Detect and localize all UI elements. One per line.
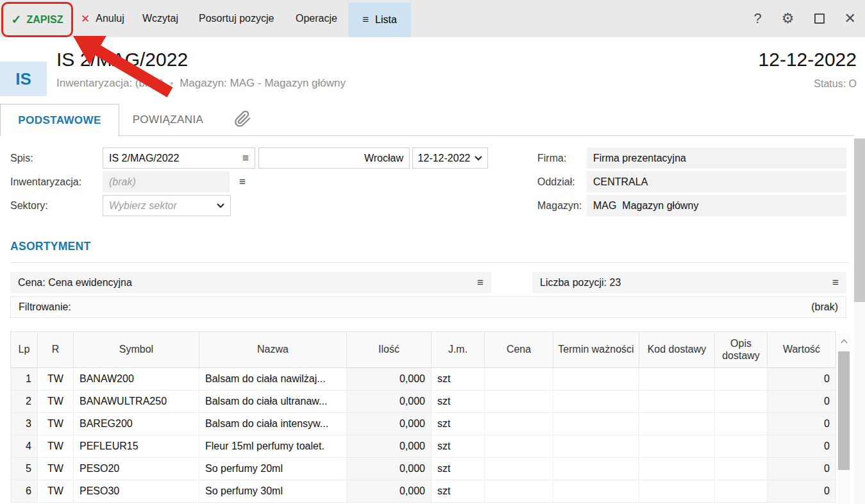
cell-cena [485, 458, 553, 480]
col-header-jm[interactable]: J.m. [432, 332, 485, 368]
cell-ilosc: 0,000 [347, 368, 432, 391]
table-row[interactable]: 6TWPESO30So perfumy 30ml0,000szt0 [11, 480, 836, 503]
spis-value: IS 2/MAG/2022 [109, 153, 179, 164]
cell-wartosc: 0 [768, 413, 836, 435]
sektory-select[interactable]: Wybierz sektor [103, 195, 231, 216]
help-icon[interactable]: ? [754, 10, 762, 27]
table-row[interactable]: 4TWPEFLEUR15Fleur 15ml perfumy toalet.0,… [11, 435, 836, 458]
app-window: ✓ ZAPISZ ✕ Anuluj Wczytaj Posortuj pozyc… [0, 0, 865, 504]
maximize-box [814, 13, 825, 24]
cell-symbol: PEFLEUR15 [74, 435, 199, 458]
cell-lp: 4 [11, 435, 38, 458]
assortment-heading: ASORTYMENT [10, 240, 91, 253]
cell-wartosc: 0 [768, 391, 836, 413]
tab-powiazania[interactable]: POWIĄZANIA [119, 104, 217, 136]
cell-ilosc: 0,000 [347, 435, 432, 458]
cell-nazwa: Balsam do ciała nawilżaj... [199, 368, 347, 391]
cell-kod [639, 391, 715, 413]
cell-nazwa: Balsam do ciała ultranaw... [199, 391, 347, 413]
table-row[interactable]: 5TWPESO20So perfumy 20ml0,000szt0 [11, 458, 836, 480]
cell-symbol: PESO20 [74, 458, 199, 480]
cell-jm: szt [432, 480, 485, 503]
cell-lp: 2 [11, 391, 38, 413]
cell-lp: 3 [11, 413, 38, 435]
cell-nazwa: Balsam do ciała intensyw... [199, 413, 347, 435]
table-scrollbar[interactable] [837, 333, 850, 504]
gear-icon[interactable]: ⚙ [782, 10, 794, 27]
cell-termin [553, 458, 639, 480]
page-scrollbar-thumb[interactable] [854, 139, 865, 302]
table-row[interactable]: 3TWBAREG200Balsam do ciała intensyw...0,… [11, 413, 836, 435]
scroll-up-icon[interactable] [837, 335, 850, 347]
inwentaryzacja-field[interactable]: (brak) [103, 171, 230, 192]
operations-label: Operacje [296, 13, 337, 24]
annotation-arrow [64, 31, 180, 101]
cell-termin [553, 391, 639, 413]
cell-lp: 5 [11, 458, 38, 480]
city-value: Wrocław [364, 153, 403, 164]
oddzial-field: CENTRALA [587, 171, 846, 192]
table-row[interactable]: 1TWBANAW200Balsam do ciała nawilżaj...0,… [11, 368, 836, 391]
col-header-termin[interactable]: Termin ważności [553, 332, 639, 368]
cell-cena [485, 391, 553, 413]
tab-podstawowe[interactable]: PODSTAWOWE [0, 104, 119, 136]
filter-bar[interactable]: Filtrowanie: (brak) [10, 296, 846, 318]
cell-symbol: PESO30 [74, 480, 199, 503]
spis-input[interactable]: IS 2/MAG/2022 ≡ [103, 147, 255, 169]
chevron-down-icon [474, 156, 482, 161]
cell-jm: szt [432, 458, 485, 480]
maximize-icon[interactable] [814, 13, 825, 24]
page-scrollbar[interactable] [854, 137, 865, 504]
date-select[interactable]: 12-12-2022 [412, 147, 488, 169]
document-status: Status: O [814, 78, 857, 90]
save-button[interactable]: ✓ ZAPISZ [1, 2, 73, 37]
list-button[interactable]: ≡ Lista [348, 3, 411, 37]
check-icon: ✓ [12, 12, 22, 27]
price-mode-bar[interactable]: Cena: Cena ewidencyjna ≡ [10, 272, 491, 293]
paperclip-icon[interactable] [234, 110, 251, 128]
col-header-cena[interactable]: Cena [485, 332, 553, 368]
table-scrollbar-thumb[interactable] [838, 351, 850, 470]
col-header-kod[interactable]: Kod dostawy [639, 332, 715, 368]
sort-items-label: Posortuj pozycje [199, 13, 274, 24]
cell-cena [485, 413, 553, 435]
inwentaryzacja-menu-button[interactable]: ≡ [230, 171, 255, 192]
city-input[interactable]: Wrocław [258, 147, 410, 169]
cell-symbol: BANAWULTRA250 [74, 391, 199, 413]
cell-ilosc: 0,000 [347, 480, 432, 503]
cell-opis [715, 435, 768, 458]
cell-wartosc: 0 [768, 458, 836, 480]
price-mode-menu-icon[interactable]: ≡ [477, 276, 483, 289]
cell-r: TW [38, 391, 74, 413]
cell-wartosc: 0 [768, 368, 836, 391]
close-icon[interactable]: ✕ [844, 10, 856, 27]
cell-lp: 1 [11, 368, 38, 391]
item-count-menu-icon[interactable]: ≡ [832, 276, 839, 289]
col-header-nazwa[interactable]: Nazwa [199, 332, 347, 368]
document-date: 12-12-2022 [759, 49, 857, 71]
cell-ilosc: 0,000 [347, 391, 432, 413]
cell-r: TW [38, 368, 74, 391]
col-header-symbol[interactable]: Symbol [74, 332, 199, 368]
cell-nazwa: So perfumy 20ml [199, 458, 347, 480]
cell-jm: szt [432, 391, 485, 413]
item-count-bar[interactable]: Liczba pozycji: 23 ≡ [532, 272, 846, 293]
col-header-opis[interactable]: Opis dostawy [715, 332, 768, 368]
oddzial-label: Oddział: [537, 176, 575, 188]
operations-button[interactable]: Operacje [296, 0, 337, 37]
col-header-r[interactable]: R [38, 332, 74, 368]
col-header-ilosc[interactable]: Ilość [347, 332, 432, 368]
spis-menu-icon[interactable]: ≡ [242, 152, 249, 165]
cell-cena [485, 435, 553, 458]
document-type-badge: IS [0, 62, 47, 96]
list-button-label: Lista [375, 14, 397, 26]
col-header-wartosc[interactable]: Wartość [768, 332, 836, 368]
cell-ilosc: 0,000 [347, 413, 432, 435]
sort-items-button[interactable]: Posortuj pozycje [199, 0, 274, 37]
cell-r: TW [38, 435, 74, 458]
filter-label: Filtrowanie: [19, 301, 71, 313]
col-header-lp[interactable]: Lp [11, 332, 38, 368]
cell-wartosc: 0 [768, 480, 836, 503]
inwentaryzacja-label: Inwentaryzacja: [10, 176, 81, 188]
table-row[interactable]: 2TWBANAWULTRA250Balsam do ciała ultranaw… [11, 391, 836, 413]
